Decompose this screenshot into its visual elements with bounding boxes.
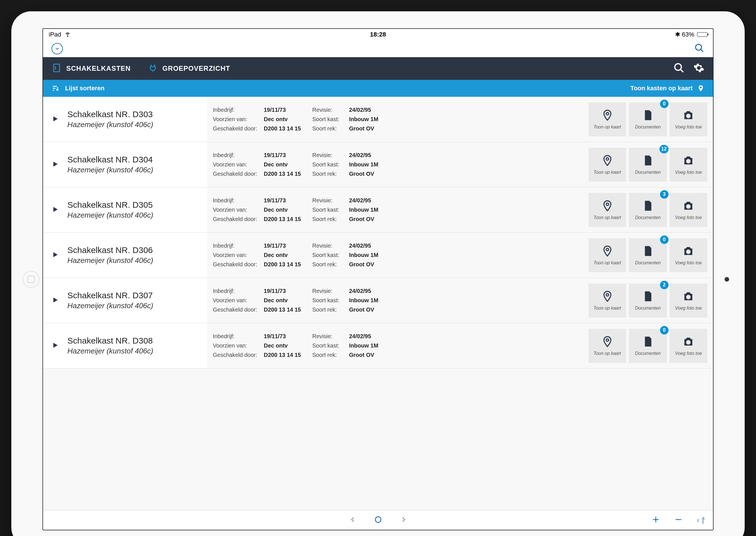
- field-value: 19/11/73: [264, 333, 286, 340]
- field-value: Groot OV: [349, 216, 374, 222]
- remove-button[interactable]: [674, 515, 683, 525]
- documents-button[interactable]: 0 Documenten: [629, 329, 667, 363]
- row-details: Inbedrijf:19/11/73 Voorzien van:Dec ontv…: [207, 97, 588, 142]
- field-value: 24/02/95: [349, 333, 371, 340]
- documents-button[interactable]: 0 Documenten: [629, 102, 667, 136]
- svg-marker-19: [53, 343, 58, 348]
- row-details: Inbedrijf:19/11/73 Voorzien van:Dec ontv…: [207, 278, 588, 323]
- expand-button[interactable]: [52, 296, 59, 305]
- status-bar: iPad 18:28 ✱ 63%: [43, 29, 713, 40]
- field-label: Geschakeld door:: [213, 261, 261, 268]
- wifi-icon: [64, 30, 71, 39]
- row-subtitle: Hazemeijer (kunstof 406c): [67, 347, 153, 355]
- battery-percent: 63%: [682, 31, 694, 38]
- action-label: Voeg foto toe: [675, 124, 702, 130]
- add-photo-button[interactable]: Voeg foto toe: [670, 148, 707, 182]
- action-label: Documenten: [635, 260, 661, 265]
- show-on-map-button[interactable]: Toon op kaart: [588, 148, 626, 182]
- abc-sort-button[interactable]: az: [697, 517, 704, 523]
- field-label: Inbedrijf:: [213, 288, 261, 294]
- map-label: Toon kasten op kaart: [630, 84, 693, 92]
- field-value: Groot OV: [349, 171, 374, 177]
- documents-button[interactable]: 0 Documenten: [629, 238, 667, 272]
- field-value: 19/11/73: [264, 288, 286, 294]
- document-icon: [642, 154, 654, 168]
- expand-button[interactable]: [52, 342, 59, 350]
- svg-point-10: [606, 112, 608, 115]
- field-label: Soort kast:: [312, 161, 346, 168]
- documents-button[interactable]: 2 Documenten: [629, 284, 667, 318]
- add-photo-button[interactable]: Voeg foto toe: [670, 284, 707, 318]
- sort-button[interactable]: Lijst sorteren: [52, 84, 216, 92]
- pin-icon: [601, 154, 613, 168]
- documents-button[interactable]: 12 Documenten: [629, 148, 667, 182]
- show-on-map-button[interactable]: Toon op kaart: [588, 193, 626, 227]
- field-value: Inbouw 1M: [349, 297, 378, 304]
- expand-button[interactable]: [52, 206, 59, 214]
- tab-schakelkasten[interactable]: SCHAKELKASTEN: [52, 63, 131, 74]
- show-on-map-button[interactable]: Toon op kaart: [588, 284, 626, 318]
- field-value: Inbouw 1M: [349, 207, 378, 213]
- refresh-button[interactable]: [374, 515, 382, 525]
- field-label: Inbedrijf:: [213, 333, 261, 340]
- home-button[interactable]: [23, 271, 40, 288]
- back-button[interactable]: [348, 515, 357, 525]
- row-subtitle: Hazemeijer (kunstof 406c): [67, 301, 153, 310]
- search-button-top[interactable]: [694, 43, 704, 54]
- field-label: Inbedrijf:: [213, 197, 261, 204]
- field-value: Groot OV: [349, 352, 374, 358]
- pin-icon: [601, 336, 613, 349]
- action-label: Voeg foto toe: [675, 215, 702, 220]
- field-label: Soort kast:: [312, 252, 346, 258]
- field-label: Revisie:: [312, 243, 346, 249]
- forward-button[interactable]: [399, 515, 408, 525]
- field-label: Geschakeld door:: [213, 171, 261, 177]
- expand-button[interactable]: [52, 160, 59, 169]
- row-subtitle: Hazemeijer (kunstof 406c): [67, 211, 153, 219]
- documents-button[interactable]: 3 Documenten: [629, 193, 667, 227]
- add-photo-button[interactable]: Voeg foto toe: [670, 193, 707, 227]
- row-details: Inbedrijf:19/11/73 Voorzien van:Dec ontv…: [207, 233, 588, 278]
- svg-marker-9: [53, 116, 58, 121]
- add-photo-button[interactable]: Voeg foto toe: [670, 102, 707, 136]
- svg-point-20: [606, 339, 608, 341]
- expand-button[interactable]: [52, 115, 59, 124]
- camera-icon: [682, 200, 694, 213]
- field-label: Soort rek:: [312, 307, 346, 313]
- action-label: Documenten: [635, 124, 661, 130]
- row-actions: Toon op kaart 3 Documenten Voeg foto toe: [588, 187, 713, 232]
- show-on-map-button[interactable]: Toon op kaart: [588, 238, 626, 272]
- show-on-map-button[interactable]: Toon op kaart: [588, 329, 626, 363]
- field-label: Soort kast:: [312, 297, 346, 304]
- battery-icon: [696, 32, 707, 37]
- sort-label: Lijst sorteren: [65, 84, 104, 92]
- table-row: Schakelkast NR. D306 Hazemeijer (kunstof…: [43, 233, 713, 278]
- field-value: 24/02/95: [349, 107, 371, 113]
- field-label: Voorzien van:: [213, 116, 261, 122]
- show-on-map-button[interactable]: Toon op kaart: [588, 102, 626, 136]
- field-value: Inbouw 1M: [349, 116, 378, 122]
- add-photo-button[interactable]: Voeg foto toe: [670, 329, 707, 363]
- add-photo-button[interactable]: Voeg foto toe: [670, 238, 707, 272]
- svg-point-16: [606, 248, 608, 251]
- settings-button[interactable]: [693, 62, 704, 75]
- sort-bar: Lijst sorteren Toon kasten op kaart: [43, 80, 713, 97]
- field-value: 19/11/73: [264, 107, 286, 113]
- field-label: Geschakeld door:: [213, 352, 261, 358]
- row-header: Schakelkast NR. D305 Hazemeijer (kunstof…: [43, 187, 207, 232]
- dropdown-button[interactable]: [52, 43, 63, 54]
- add-button[interactable]: [652, 515, 660, 525]
- tab-groepoverzicht[interactable]: GROEPOVERZICHT: [148, 63, 230, 74]
- expand-button[interactable]: [52, 251, 59, 259]
- front-camera: [725, 277, 729, 282]
- list-container[interactable]: Schakelkast NR. D303 Hazemeijer (kunstof…: [43, 97, 713, 510]
- search-button-nav[interactable]: [673, 62, 685, 75]
- field-label: Inbedrijf:: [213, 152, 261, 158]
- camera-icon: [682, 245, 694, 258]
- row-subtitle: Hazemeijer (kunstof 406c): [67, 256, 153, 265]
- field-label: Geschakeld door:: [213, 125, 261, 132]
- row-subtitle: Hazemeijer (kunstof 406c): [67, 120, 153, 129]
- action-label: Toon op kaart: [594, 260, 621, 265]
- show-on-map-button[interactable]: Toon kasten op kaart: [630, 84, 704, 92]
- field-label: Geschakeld door:: [213, 307, 261, 313]
